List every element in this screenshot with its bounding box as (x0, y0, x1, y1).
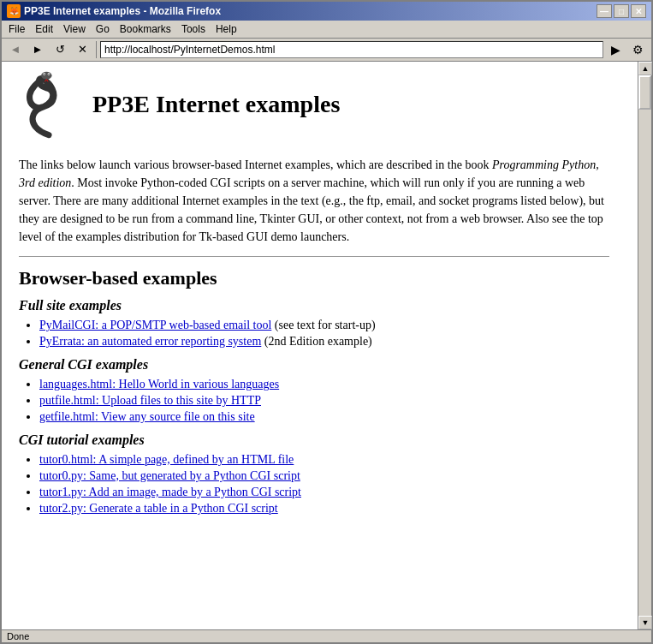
menu-go[interactable]: Go (91, 21, 115, 37)
svg-point-5 (48, 74, 49, 75)
address-input[interactable] (100, 41, 603, 58)
list-item: PyErrata: an automated error reporting s… (39, 335, 609, 349)
minimize-button[interactable]: — (597, 4, 612, 18)
title-bar-left: 🦊 PP3E Internet examples - Mozilla Firef… (7, 4, 221, 18)
svg-point-4 (44, 74, 45, 75)
menu-view[interactable]: View (58, 21, 91, 37)
general-cgi-list: languages.html: Hello World in various l… (39, 378, 609, 424)
section1-heading: Browser-based examples (19, 267, 609, 289)
menu-bar: File Edit View Go Bookmarks Tools Help (2, 21, 651, 39)
menu-help[interactable]: Help (211, 21, 242, 37)
languages-link[interactable]: languages.html: Hello World in various l… (39, 378, 279, 391)
menu-bookmarks[interactable]: Bookmarks (115, 21, 176, 37)
list-item: tutor1.py: Add an image, made by a Pytho… (39, 486, 609, 499)
window-title: PP3E Internet examples - Mozilla Firefox (24, 5, 221, 17)
title-bar: 🦊 PP3E Internet examples - Mozilla Firef… (2, 2, 651, 21)
page-title: PP3E Internet examples (92, 91, 340, 118)
tutor1-py-link[interactable]: tutor1.py: Add an image, made by a Pytho… (39, 486, 301, 498)
menu-file[interactable]: File (3, 21, 30, 37)
scrollbar-track (638, 75, 651, 616)
subsection-cgi-tutorial: CGI tutorial examples (19, 432, 609, 448)
forward-button[interactable]: ► (27, 40, 48, 59)
browser-content: PP3E Internet examples The links below l… (2, 62, 651, 629)
reload-button[interactable]: ↺ (50, 40, 70, 59)
tutor0-html-link[interactable]: tutor0.html: A simple page, defined by a… (39, 453, 294, 466)
stop-button[interactable]: ✕ (72, 40, 92, 59)
maximize-button[interactable]: □ (614, 4, 629, 18)
pyerrata-note-text: (2nd Edition example) (264, 335, 372, 348)
intro-paragraph: The links below launch various browser-b… (19, 156, 609, 246)
scroll-up-button[interactable]: ▲ (638, 62, 652, 75)
pyerrata-link[interactable]: PyErrata: an automated error reporting s… (39, 335, 261, 348)
page-title-block: PP3E Internet examples (92, 91, 340, 118)
scroll-down-button[interactable]: ▼ (638, 616, 652, 629)
pymail-cgi-link[interactable]: PyMailCGI: a POP/SMTP web-based email to… (39, 319, 271, 331)
firefox-icon: 🦊 (7, 4, 21, 18)
browser-window: 🦊 PP3E Internet examples - Mozilla Firef… (0, 0, 653, 644)
subsection-full-site: Full site examples (19, 298, 609, 313)
subsection-general-cgi: General CGI examples (19, 357, 609, 373)
go-button[interactable]: ▶ (605, 40, 626, 59)
status-bar: Done (2, 629, 651, 642)
list-item: tutor2.py: Generate a table in a Python … (39, 502, 609, 516)
page-content: PP3E Internet examples The links below l… (2, 62, 626, 531)
toolbar-separator (96, 41, 97, 58)
scrollbar-thumb[interactable] (638, 75, 651, 110)
close-button[interactable]: ✕ (631, 4, 646, 18)
tutor2-py-link[interactable]: tutor2.py: Generate a table in a Python … (39, 502, 278, 515)
getfile-link[interactable]: getfile.html: View any source file on th… (39, 410, 255, 423)
intro-text-1: The links below launch various browser-b… (19, 158, 492, 171)
list-item: putfile.html: Upload files to this site … (39, 394, 609, 408)
menu-edit[interactable]: Edit (30, 21, 58, 37)
toolbar: ◄ ► ↺ ✕ ▶ ⚙ (2, 39, 651, 62)
cgi-tutorial-list: tutor0.html: A simple page, defined by a… (39, 453, 609, 516)
menu-tools[interactable]: Tools (176, 21, 211, 37)
toolbar-extra-btn[interactable]: ⚙ (627, 40, 648, 59)
scroll-area[interactable]: PP3E Internet examples The links below l… (2, 62, 638, 629)
pymail-note-text: (see text for start-up) (275, 319, 376, 331)
status-text: Done (7, 631, 646, 641)
full-site-list: PyMailCGI: a POP/SMTP web-based email to… (39, 319, 609, 349)
tutor0-py-link[interactable]: tutor0.py: Same, but generated by a Pyth… (39, 469, 300, 482)
svg-point-1 (41, 72, 51, 80)
page-header: PP3E Internet examples (19, 70, 609, 146)
scrollbar-right: ▲ ▼ (638, 62, 651, 629)
back-button[interactable]: ◄ (5, 40, 26, 59)
list-item: languages.html: Hello World in various l… (39, 378, 609, 391)
list-item: tutor0.py: Same, but generated by a Pyth… (39, 469, 609, 483)
intro-text-2: . Most invoke Python-coded CGI scripts o… (19, 176, 604, 243)
snake-logo (19, 70, 79, 139)
address-bar (100, 41, 603, 58)
title-bar-buttons: — □ ✕ (597, 4, 646, 18)
list-item: tutor0.html: A simple page, defined by a… (39, 453, 609, 467)
putfile-link[interactable]: putfile.html: Upload files to this site … (39, 394, 261, 407)
list-item: PyMailCGI: a POP/SMTP web-based email to… (39, 319, 609, 332)
divider-1 (19, 256, 609, 257)
list-item: getfile.html: View any source file on th… (39, 410, 609, 424)
